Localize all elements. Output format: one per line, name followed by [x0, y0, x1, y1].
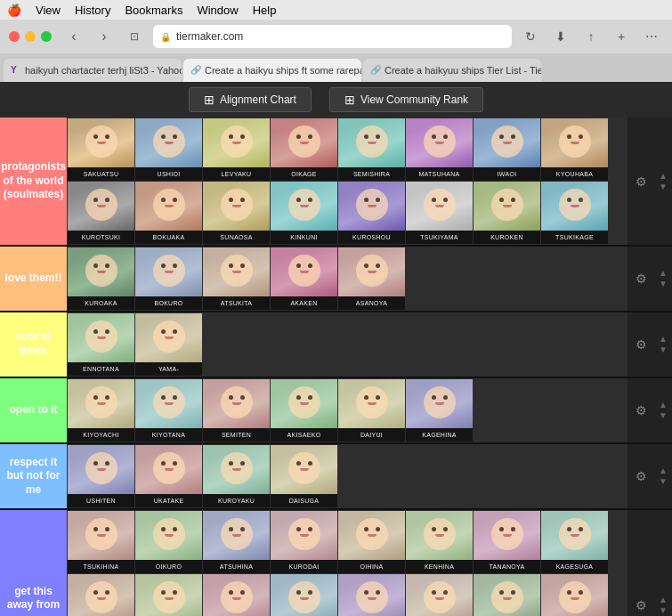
card-yamayachi[interactable]: YAMAYACHI [203, 574, 270, 616]
minimize-button[interactable] [25, 31, 36, 42]
reader-button[interactable]: ⊡ [123, 25, 146, 48]
card-kurodai[interactable]: KURODAI [271, 511, 337, 573]
card-oikage[interactable]: OIKAGE [271, 118, 337, 181]
card-osaaka[interactable]: OSAAKA [474, 574, 540, 616]
card-oisuga[interactable]: OISUGA [541, 574, 608, 616]
card-tsukikage[interactable]: TSUKIKAGE [541, 182, 608, 244]
tier-settings-tier-protagonists[interactable]: ⚙ [627, 118, 654, 245]
tier-settings-tier-getaway[interactable]: ⚙ [627, 510, 654, 616]
tier-settings-tier-cute[interactable]: ⚙ [627, 312, 654, 377]
tier-down-arrow-tier-protagonists[interactable]: ▼ [659, 182, 668, 191]
card-img-osaaka [474, 574, 540, 616]
tier-up-arrow-tier-respect[interactable]: ▲ [659, 466, 668, 475]
card-matsuhana[interactable]: MATSUHANA [406, 118, 473, 181]
card-img-kurodai [271, 511, 337, 560]
card-kyouhaba[interactable]: KYOUHABA [541, 118, 608, 181]
download-button[interactable]: ⬇ [549, 25, 572, 48]
card-kurotsuki[interactable]: KUROTSUKI [68, 182, 134, 244]
card-oihina[interactable]: OIHINA [338, 511, 405, 573]
card-semishira[interactable]: SEMISHIRA [338, 118, 405, 181]
tier-label-tier-respect: respect it but not for me [0, 444, 67, 508]
forward-button[interactable]: › [93, 25, 116, 48]
card-iwadai[interactable]: IWADAI [271, 574, 337, 616]
tier-down-arrow-tier-getaway[interactable]: ▼ [659, 606, 668, 615]
card-yama-[interactable]: YAMA- [135, 313, 202, 376]
card-img-tsukihina [68, 511, 134, 560]
tier-down-arrow-tier-love[interactable]: ▼ [659, 280, 668, 288]
card-ushisaku[interactable]: USHISAKU [406, 574, 473, 616]
tier-settings-tier-respect[interactable]: ⚙ [627, 444, 654, 508]
new-tab-button[interactable]: + [610, 25, 633, 48]
card-ushihina[interactable]: USHIHINA [68, 574, 134, 616]
menu-window[interactable]: Window [197, 4, 238, 17]
card-iwaoi[interactable]: IWAOI [474, 118, 540, 181]
card-ushiten[interactable]: USHITEN [68, 445, 134, 507]
tier-settings-tier-open[interactable]: ⚙ [627, 378, 654, 442]
card-kuroaka[interactable]: KUROAKA [68, 247, 134, 310]
card-kagehina[interactable]: KAGEHINA [406, 379, 473, 442]
card-kuroshou[interactable]: KUROSHOU [338, 182, 405, 244]
sidebar-button[interactable]: ⋯ [640, 25, 663, 48]
tier-up-arrow-tier-protagonists[interactable]: ▲ [659, 172, 668, 181]
card-kenhina[interactable]: KENHINA [406, 511, 473, 573]
close-button[interactable] [9, 31, 20, 42]
card-kuroyaku[interactable]: KUROYAKU [203, 445, 270, 507]
card-kagesuga[interactable]: KAGESUGA [541, 511, 608, 573]
card-akisaeko[interactable]: AKISAEKO [271, 379, 337, 442]
tab-3[interactable]: 🔗 Create a haikyuu ships Tier List - Tie… [363, 59, 541, 82]
card-ennotana[interactable]: ENNOTANA [68, 313, 134, 376]
card-bokuaka[interactable]: BOKUAKA [135, 182, 202, 244]
alignment-chart-button[interactable]: ⊞ Alignment Chart [189, 87, 312, 112]
menu-bookmarks[interactable]: Bookmarks [125, 4, 182, 17]
card-levyaku[interactable]: LEVYAKU [203, 118, 270, 181]
tier-row-tier-love: love them!! KUROAKA BOKURO [0, 247, 672, 312]
card-daisuga[interactable]: DAISUGA [271, 445, 337, 507]
card-sunaosa[interactable]: SUNAOSA [203, 182, 270, 244]
card-kuroken[interactable]: KUROKEN [474, 182, 540, 244]
card-bokuro[interactable]: BOKURO [135, 247, 202, 310]
tier-up-arrow-tier-cute[interactable]: ▲ [659, 335, 668, 344]
reload-button[interactable]: ↻ [519, 25, 542, 48]
maximize-button[interactable] [41, 31, 52, 42]
card-asanoya[interactable]: ASANOYA [338, 247, 405, 310]
apple-menu[interactable]: 🍎 [7, 4, 21, 17]
card-semiten[interactable]: SEMITEN [203, 379, 270, 442]
card-tsukiyama[interactable]: TSUKIYAMA [406, 182, 473, 244]
card-akaken[interactable]: AKAKEN [271, 247, 337, 310]
card-atsuhina[interactable]: ATSUHINA [203, 511, 270, 573]
card-name-tananoya: TANANOYA [474, 560, 540, 573]
view-community-rank-button[interactable]: ⊞ View Community Rank [329, 87, 483, 112]
card-sakuatsu[interactable]: SAKUATSU [68, 118, 134, 181]
card-kinkuni[interactable]: KINKUNI [271, 182, 337, 244]
back-button[interactable]: ‹ [62, 25, 85, 48]
card-name-levyaku: LEVYAKU [203, 167, 270, 181]
tier-down-arrow-tier-cute[interactable]: ▼ [659, 345, 668, 354]
tier-up-arrow-tier-getaway[interactable]: ▲ [659, 596, 668, 604]
share-button[interactable]: ↑ [579, 25, 603, 48]
tier-down-arrow-tier-respect[interactable]: ▼ [659, 477, 668, 486]
card-kinonoya[interactable]: KINONOYA [338, 574, 405, 616]
alignment-chart-icon: ⊞ [204, 93, 215, 107]
card-shoumika[interactable]: SHOUMIKA [135, 574, 202, 616]
tier-down-arrow-tier-open[interactable]: ▼ [659, 411, 668, 420]
address-bar[interactable]: 🔒 tiermaker.com [153, 25, 512, 48]
tier-up-arrow-tier-love[interactable]: ▲ [659, 269, 668, 278]
menu-view[interactable]: View [36, 4, 61, 17]
tab-1[interactable]: Y haikyuh chartacter terhj liSt3 - Yahoo… [4, 59, 182, 82]
card-ushioi[interactable]: USHIOI [135, 118, 202, 181]
tier-cards-tier-open: KIYOYACHI KIYOTANA SEMITEN [67, 378, 627, 442]
card-atsukita[interactable]: ATSUKITA [203, 247, 270, 310]
card-kiyotana[interactable]: KIYOTANA [135, 379, 202, 442]
menu-history[interactable]: History [75, 4, 110, 17]
card-tsukihina[interactable]: TSUKIHINA [68, 511, 134, 573]
tier-up-arrow-tier-open[interactable]: ▲ [659, 401, 668, 409]
card-ukatake[interactable]: UKATAKE [135, 445, 202, 507]
card-oikuro[interactable]: OIKURO [135, 511, 202, 573]
card-daiyui[interactable]: DAIYUI [338, 379, 405, 442]
menu-help[interactable]: Help [253, 4, 277, 17]
tab-2[interactable]: 🔗 Create a haikyu ships ft some rarepair… [183, 59, 361, 82]
card-tananoya[interactable]: TANANOYA [474, 511, 540, 573]
tab-1-title: haikyuh chartacter terhj liSt3 - Yahoo S… [25, 65, 182, 76]
card-kiyoyachi[interactable]: KIYOYACHI [68, 379, 134, 442]
tier-settings-tier-love[interactable]: ⚙ [627, 247, 654, 311]
